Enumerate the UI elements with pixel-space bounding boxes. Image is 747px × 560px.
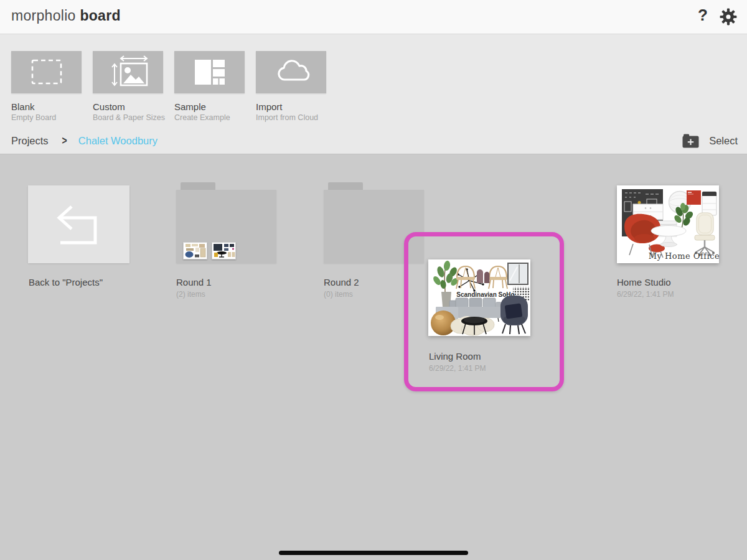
template-sample-sublabel: Create Example bbox=[174, 113, 230, 122]
mini-moodboard-2 bbox=[212, 242, 236, 259]
board-living-room-meta: 6/29/22, 1:41 PM bbox=[429, 364, 486, 373]
logo-text-bold: board bbox=[80, 7, 120, 24]
help-button[interactable]: ? bbox=[695, 6, 711, 25]
template-import-label: Import bbox=[256, 101, 283, 112]
cloud-icon bbox=[256, 51, 326, 93]
template-import-sublabel: Import from Cloud bbox=[256, 113, 318, 122]
folder-round1-thumb-1 bbox=[183, 242, 207, 259]
board-home-studio-label: Home Studio bbox=[617, 277, 671, 287]
mini-moodboard-1 bbox=[183, 242, 207, 259]
grid-layout-icon bbox=[174, 51, 245, 93]
chevron-right-icon: > bbox=[62, 134, 67, 147]
breadcrumb-current-folder[interactable]: Chalet Woodbury bbox=[78, 135, 157, 147]
breadcrumb: Projects > Chalet Woodbury Select bbox=[11, 133, 738, 149]
home-studio-thumbnail: My Home Office bbox=[617, 185, 719, 263]
home-indicator[interactable] bbox=[279, 551, 468, 555]
question-mark-icon: ? bbox=[698, 6, 708, 24]
board-home-studio[interactable]: My Home Office bbox=[617, 185, 719, 263]
top-bar: morpholio board ? bbox=[0, 0, 747, 34]
template-custom-button[interactable] bbox=[93, 51, 163, 93]
logo-text-regular: morpholio bbox=[11, 7, 76, 24]
folder-round2-label: Round 2 bbox=[324, 277, 359, 287]
back-arrow-icon bbox=[28, 185, 129, 263]
gear-icon bbox=[720, 8, 737, 26]
template-blank-button[interactable] bbox=[11, 51, 82, 93]
living-room-thumbnail: Scandinavian SoHo bbox=[428, 259, 530, 336]
template-strip: Blank Empty Board Custom Board & Paper S… bbox=[0, 34, 747, 154]
folder-round1-label: Round 1 bbox=[176, 277, 212, 287]
template-custom-label: Custom bbox=[93, 101, 125, 112]
select-button[interactable]: Select bbox=[709, 135, 738, 147]
template-sample-button[interactable] bbox=[174, 51, 245, 93]
template-blank-label: Blank bbox=[11, 101, 35, 112]
folder-round1-thumb-2 bbox=[212, 242, 236, 259]
folder-round1-meta: (2) items bbox=[176, 290, 205, 299]
back-tile-label: Back to "Projects" bbox=[29, 277, 103, 287]
folder-round2-meta: (0) items bbox=[324, 290, 353, 299]
template-custom-sublabel: Board & Paper Sizes bbox=[93, 113, 165, 122]
image-dimensions-icon bbox=[93, 51, 163, 93]
template-blank-sublabel: Empty Board bbox=[11, 113, 56, 122]
template-import-button[interactable] bbox=[256, 51, 326, 93]
add-folder-button[interactable] bbox=[682, 134, 699, 148]
board-living-room[interactable]: Scandinavian SoHo bbox=[428, 259, 530, 336]
settings-button[interactable] bbox=[720, 8, 737, 26]
project-grid: Back to "Projects" bbox=[0, 154, 747, 560]
breadcrumb-projects[interactable]: Projects bbox=[11, 135, 49, 147]
dashed-rect-icon bbox=[11, 51, 82, 93]
back-tile[interactable] bbox=[28, 185, 129, 263]
folder-round1[interactable] bbox=[176, 190, 276, 263]
folder-plus-icon bbox=[682, 134, 699, 148]
folder-round2[interactable] bbox=[324, 190, 424, 263]
app-logo: morpholio board bbox=[11, 7, 121, 24]
board-living-room-label: Living Room bbox=[429, 351, 481, 362]
template-sample-label: Sample bbox=[174, 101, 206, 112]
board-title-text: My Home Office bbox=[649, 251, 719, 261]
board-home-studio-meta: 6/29/22, 1:41 PM bbox=[617, 290, 674, 299]
